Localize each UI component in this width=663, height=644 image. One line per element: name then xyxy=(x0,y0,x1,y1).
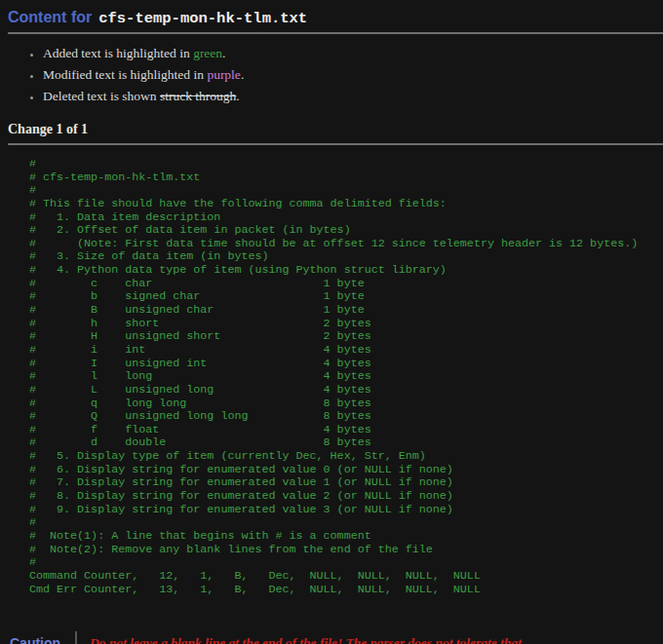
change-divider xyxy=(8,143,663,145)
file-content: # # cfs-temp-mon-hk-tlm.txt # # This fil… xyxy=(29,158,663,596)
legend-item-modified: Modified text is highlighted in purple. xyxy=(43,68,663,82)
legend-deleted-highlight: struck through xyxy=(160,89,236,103)
caution-link[interactable]: Caution xyxy=(10,635,60,644)
change-header: Change 1 of 1 xyxy=(0,118,663,143)
legend-added-highlight: green xyxy=(193,46,222,60)
diff-legend: Added text is highlighted in green. Modi… xyxy=(8,47,663,103)
page-title-prefix: Content for xyxy=(8,9,92,25)
legend-added-text: Added text is highlighted in xyxy=(43,46,193,60)
page-title-filename: cfs-temp-mon-hk-tlm.txt xyxy=(98,10,307,27)
title-divider xyxy=(8,32,663,34)
page-title: Content forcfs-temp-mon-hk-tlm.txt xyxy=(0,0,663,32)
legend-item-added: Added text is highlighted in green. xyxy=(43,47,663,60)
caution-note: Caution Do not leave a blank line at the… xyxy=(10,629,663,644)
legend-modified-text: Modified text is highlighted in xyxy=(43,67,207,82)
caution-text: Do not leave a blank line at the end of … xyxy=(90,635,525,644)
legend-modified-highlight: purple xyxy=(207,67,241,82)
legend-item-deleted: Deleted text is shown struck through. xyxy=(43,90,663,103)
caution-divider-bar xyxy=(75,631,77,644)
content-page: Content forcfs-temp-mon-hk-tlm.txt Added… xyxy=(0,0,663,644)
legend-added-suffix: . xyxy=(222,46,225,60)
legend-deleted-suffix: . xyxy=(236,89,239,103)
legend-modified-suffix: . xyxy=(241,67,244,82)
legend-deleted-text: Deleted text is shown xyxy=(43,89,160,103)
